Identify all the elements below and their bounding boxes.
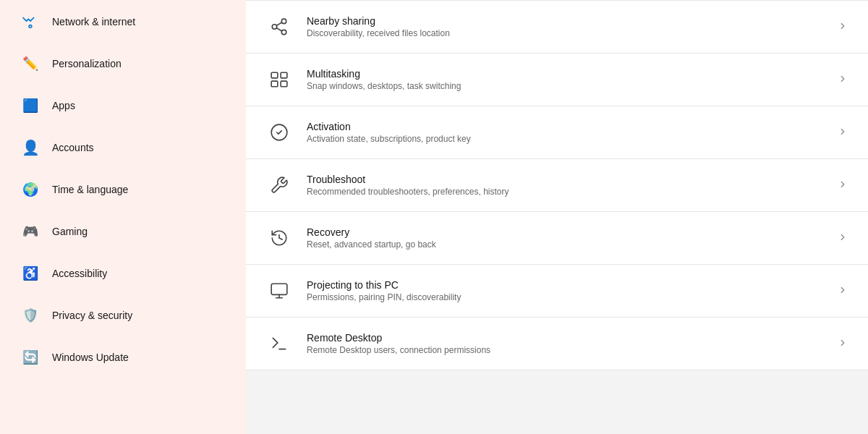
troubleshoot-chevron [838,179,848,192]
projecting-text: Projecting to this PCPermissions, pairin… [307,279,823,302]
recovery-icon [266,225,292,251]
svg-rect-13 [271,284,287,294]
nearby-sharing-icon [266,14,292,40]
projecting-icon [266,278,292,304]
remote-desktop-title: Remote Desktop [307,332,823,344]
sidebar-item-accessibility[interactable]: ♿Accessibility [6,253,240,294]
sidebar-item-privacy[interactable]: 🛡️Privacy & security [6,295,240,336]
sidebar-item-apps[interactable]: 🟦Apps [6,85,240,126]
remote-desktop-text: Remote DesktopRemote Desktop users, conn… [307,332,823,355]
svg-line-12 [279,238,282,239]
nearby-sharing-text: Nearby sharingDiscoverability, received … [307,15,823,38]
projecting-desc: Permissions, pairing PIN, discoverabilit… [307,292,823,302]
svg-line-4 [276,28,281,31]
setting-item-projecting[interactable]: Projecting to this PCPermissions, pairin… [246,265,868,318]
troubleshoot-title: Troubleshoot [307,174,823,185]
accounts-icon: 👤 [20,137,41,158]
remote-desktop-chevron [838,338,848,350]
svg-rect-6 [271,72,278,78]
sidebar-item-accounts[interactable]: 👤Accounts [6,127,240,168]
nearby-sharing-desc: Discoverability, received files location [307,28,823,38]
sidebar-label-time: Time & language [52,184,128,195]
remote-desktop-icon [266,331,292,357]
accessibility-icon: ♿ [20,263,41,284]
multitasking-chevron [838,74,848,86]
sidebar-item-gaming[interactable]: 🎮Gaming [6,211,240,252]
svg-rect-9 [281,81,287,87]
multitasking-title: Multitasking [307,68,823,80]
sidebar-item-update[interactable]: 🔄Windows Update [6,337,240,378]
troubleshoot-icon [266,172,292,198]
update-icon: 🔄 [20,347,41,367]
apps-icon: 🟦 [20,95,41,116]
activation-chevron [838,127,848,139]
svg-rect-8 [271,81,278,87]
svg-point-2 [272,25,277,30]
multitasking-icon [266,67,292,93]
nearby-sharing-title: Nearby sharing [307,15,823,27]
activation-text: ActivationActivation state, subscription… [307,121,823,144]
personalization-icon: ✏️ [20,54,41,74]
sidebar-label-gaming: Gaming [52,226,88,237]
recovery-desc: Reset, advanced startup, go back [307,239,823,250]
setting-item-activation[interactable]: ActivationActivation state, subscription… [246,106,868,159]
sidebar-item-time[interactable]: 🌍Time & language [6,169,240,210]
recovery-chevron [838,232,848,244]
activation-title: Activation [307,121,823,132]
sidebar-label-accessibility: Accessibility [52,268,107,279]
network-icon [20,12,41,32]
sidebar: Network & internet✏️Personalization🟦Apps… [0,0,246,434]
setting-item-recovery[interactable]: RecoveryReset, advanced startup, go back [246,212,868,265]
svg-point-0 [29,25,32,28]
sidebar-item-network[interactable]: Network & internet [6,1,240,42]
sidebar-label-accounts: Accounts [52,142,94,153]
sidebar-label-network: Network & internet [52,16,135,27]
projecting-chevron [838,285,848,297]
setting-item-nearby-sharing[interactable]: Nearby sharingDiscoverability, received … [246,0,868,54]
multitasking-text: MultitaskingSnap windows, desktops, task… [307,68,823,91]
setting-item-multitasking[interactable]: MultitaskingSnap windows, desktops, task… [246,54,868,106]
activation-desc: Activation state, subscriptions, product… [307,134,823,144]
sidebar-label-privacy: Privacy & security [52,310,132,321]
activation-icon [266,119,292,145]
multitasking-desc: Snap windows, desktops, task switching [307,81,823,91]
recovery-title: Recovery [307,226,823,238]
svg-rect-7 [281,72,287,78]
svg-point-1 [281,19,286,24]
sidebar-label-update: Windows Update [52,352,129,363]
time-icon: 🌍 [20,179,41,200]
projecting-title: Projecting to this PC [307,279,823,291]
troubleshoot-desc: Recommended troubleshooters, preferences… [307,187,823,197]
setting-item-remote-desktop[interactable]: Remote DesktopRemote Desktop users, conn… [246,318,868,370]
troubleshoot-text: TroubleshootRecommended troubleshooters,… [307,174,823,197]
sidebar-item-personalization[interactable]: ✏️Personalization [6,43,240,84]
remote-desktop-desc: Remote Desktop users, connection permiss… [307,345,823,355]
sidebar-label-personalization: Personalization [52,58,122,69]
main-content: Nearby sharingDiscoverability, received … [246,0,868,434]
gaming-icon: 🎮 [20,221,41,242]
setting-item-troubleshoot[interactable]: TroubleshootRecommended troubleshooters,… [246,159,868,212]
sidebar-label-apps: Apps [52,100,75,111]
privacy-icon: 🛡️ [20,305,41,326]
svg-point-3 [281,30,286,35]
recovery-text: RecoveryReset, advanced startup, go back [307,226,823,250]
nearby-sharing-chevron [838,21,848,33]
svg-line-5 [276,22,281,25]
